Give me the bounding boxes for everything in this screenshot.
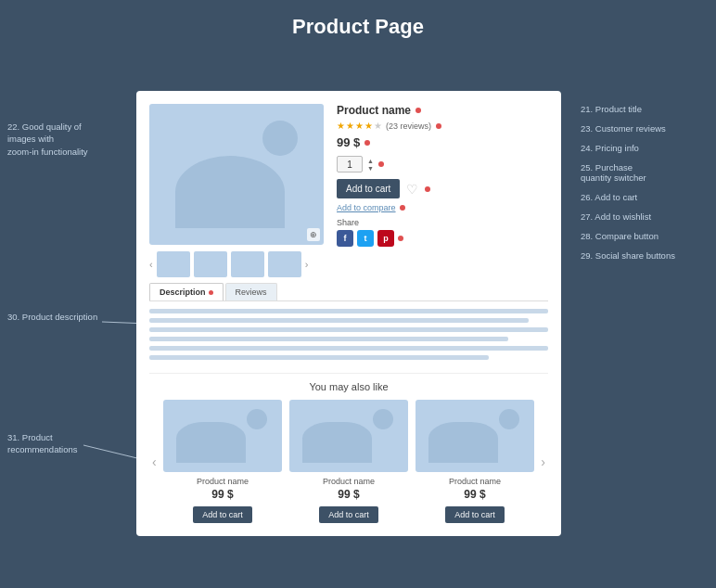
star-3: ★ xyxy=(355,121,364,131)
reco-items: Product name 99 $ Add to cart Product na… xyxy=(160,400,539,523)
reco-image-1[interactable] xyxy=(163,400,282,472)
reco-prev-arrow[interactable]: ‹ xyxy=(149,454,160,469)
right-annotations: 21. Product title 23. Customer reviews 2… xyxy=(581,104,710,270)
zoom-icon[interactable]: ⊕ xyxy=(307,228,320,241)
twitter-share-button[interactable]: t xyxy=(357,230,374,247)
reco-name-1: Product name xyxy=(163,477,282,486)
quantity-input[interactable]: 1 xyxy=(337,156,363,173)
label-22: 22. Good quality of images with zoom-in … xyxy=(7,121,128,158)
price-row: 99 $ xyxy=(337,135,548,149)
label-26: 26. Add to cart xyxy=(581,192,710,202)
desc-line-2 xyxy=(149,318,529,323)
quantity-dot xyxy=(378,161,384,167)
reco-add-cart-1[interactable]: Add to cart xyxy=(193,506,252,523)
reco-price-2: 99 $ xyxy=(289,488,408,501)
desc-line-6 xyxy=(149,355,489,360)
label-24: 24. Pricing info xyxy=(581,143,710,153)
reviews-dot xyxy=(436,123,441,129)
qty-up-arrow[interactable]: ▲ xyxy=(367,158,374,164)
thumbnail-2[interactable] xyxy=(194,251,227,277)
reco-price-3: 99 $ xyxy=(416,488,534,501)
page-wrapper: Product Page xyxy=(0,0,716,588)
image-shape-circle xyxy=(262,121,298,156)
product-card: ⊕ ‹ › Product na xyxy=(136,91,561,536)
add-to-cart-button[interactable]: Add to cart xyxy=(337,179,400,198)
star-4: ★ xyxy=(364,121,373,131)
image-shape-mountain xyxy=(175,156,285,228)
reco-name-3: Product name xyxy=(416,477,534,486)
label-23: 23. Customer reviews xyxy=(581,123,710,134)
reco-add-cart-2[interactable]: Add to cart xyxy=(319,506,378,523)
price-dot xyxy=(364,140,370,146)
thumbnail-4[interactable] xyxy=(268,251,301,277)
desc-tab-dot xyxy=(209,290,213,295)
quantity-row: 1 ▲ ▼ xyxy=(337,156,548,173)
wishlist-dot xyxy=(425,186,430,192)
reco3-circle xyxy=(499,409,519,429)
product-info: Product name ★ ★ ★ ★ ★ (23 reviews) xyxy=(337,104,548,277)
page-title: Product Page xyxy=(0,0,716,46)
label-27: 27. Add to wishlist xyxy=(581,211,710,222)
desc-line-3 xyxy=(149,327,548,332)
desc-line-5 xyxy=(149,346,548,351)
annotation-wrapper: 22. Good quality of images with zoom-in … xyxy=(0,46,716,588)
desc-line-4 xyxy=(149,337,508,341)
thumb-prev-arrow[interactable]: ‹ xyxy=(149,259,153,270)
product-name: Product name xyxy=(337,104,411,117)
pinterest-share-button[interactable]: p xyxy=(377,230,394,247)
product-name-row: Product name xyxy=(337,104,548,117)
label-30: 30. Product description xyxy=(7,311,97,323)
star-2: ★ xyxy=(346,121,354,131)
reco3-shape xyxy=(428,422,498,463)
share-label: Share xyxy=(337,218,548,227)
compare-row: Add to compare xyxy=(337,203,548,212)
label-25: 25. Purchase quantity switcher xyxy=(581,162,710,183)
desc-line-1 xyxy=(149,309,548,313)
reco-item-3: Product name 99 $ Add to cart xyxy=(416,400,534,523)
reco-price-1: 99 $ xyxy=(163,488,282,501)
reco1-circle xyxy=(247,409,267,429)
product-top-section: ⊕ ‹ › Product na xyxy=(149,104,548,277)
label-29: 29. Social share buttons xyxy=(581,250,710,261)
reco-image-3[interactable] xyxy=(416,400,534,472)
compare-dot xyxy=(400,205,405,211)
qty-down-arrow[interactable]: ▼ xyxy=(367,165,374,172)
stars-row: ★ ★ ★ ★ ★ (23 reviews) xyxy=(337,121,548,131)
share-buttons-row: f t p xyxy=(337,230,548,247)
reco-add-cart-3[interactable]: Add to cart xyxy=(445,506,505,523)
reco-image-2[interactable] xyxy=(289,400,408,472)
facebook-share-button[interactable]: f xyxy=(337,230,353,247)
tab-reviews[interactable]: Reviews xyxy=(225,283,277,300)
divider xyxy=(149,373,548,374)
add-to-cart-row: Add to cart ♡ xyxy=(337,179,548,198)
reviews-count: (23 reviews) xyxy=(386,121,431,131)
tab-description[interactable]: Description xyxy=(149,283,224,300)
reco2-circle xyxy=(373,409,393,429)
label-28: 28. Compare button xyxy=(581,231,710,241)
reco-name-2: Product name xyxy=(289,477,408,486)
reco-item-2: Product name 99 $ Add to cart xyxy=(289,400,408,523)
thumb-next-arrow[interactable]: › xyxy=(305,259,309,270)
reco1-shape xyxy=(176,422,246,463)
thumbnail-row: ‹ › xyxy=(149,251,324,277)
thumbnail-3[interactable] xyxy=(231,251,264,277)
share-dot xyxy=(398,236,403,241)
product-price: 99 $ xyxy=(337,135,360,149)
description-tabs: Description Reviews xyxy=(149,283,548,301)
star-1: ★ xyxy=(337,121,345,131)
wishlist-icon[interactable]: ♡ xyxy=(406,182,418,197)
compare-link[interactable]: Add to compare xyxy=(337,203,396,212)
label-21: 21. Product title xyxy=(581,104,710,114)
quantity-arrows[interactable]: ▲ ▼ xyxy=(367,158,374,172)
reco2-shape xyxy=(302,422,372,463)
star-5: ★ xyxy=(374,121,382,131)
share-section: Share f t p xyxy=(337,218,548,247)
product-title-dot xyxy=(416,108,421,113)
recommendations-section: You may also like ‹ Product name 99 $ xyxy=(149,381,548,523)
thumbnail-1[interactable] xyxy=(157,251,190,277)
description-content xyxy=(149,301,548,367)
label-31: 31. Product recommendations xyxy=(7,431,100,456)
main-product-image[interactable]: ⊕ xyxy=(149,104,324,245)
recommendations-title: You may also like xyxy=(149,381,548,392)
reco-next-arrow[interactable]: › xyxy=(538,454,548,469)
